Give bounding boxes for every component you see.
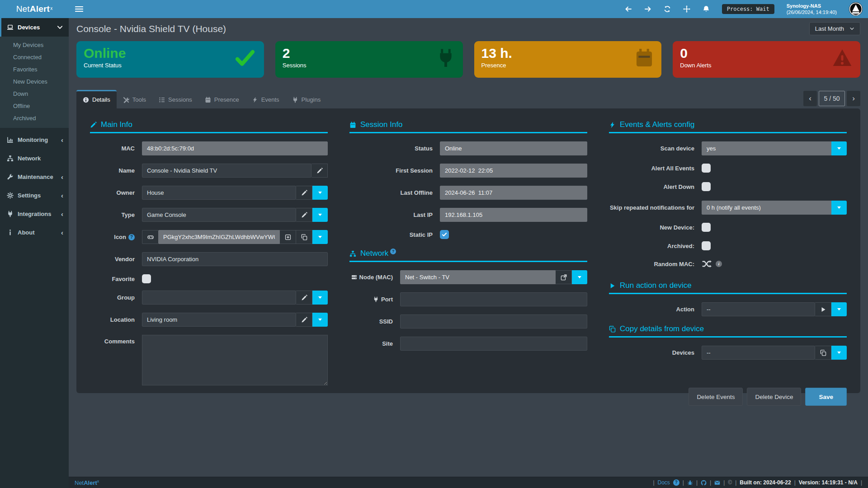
sidebar-item-archived[interactable]: Archived: [0, 112, 69, 124]
location-input[interactable]: [142, 313, 296, 327]
bug-icon[interactable]: [687, 480, 693, 486]
static-ip-checkbox[interactable]: [440, 230, 449, 239]
edit-type-button[interactable]: [296, 208, 312, 222]
calendar-icon: [349, 122, 356, 128]
comments-textarea[interactable]: [142, 335, 328, 385]
brand-logo[interactable]: NetAlertx: [0, 0, 69, 18]
sidebar-item-my-devices[interactable]: My Devices: [0, 39, 69, 51]
action-dropdown-button[interactable]: [831, 302, 847, 316]
edit-owner-button[interactable]: [296, 186, 312, 200]
last-ip-input[interactable]: [440, 208, 587, 222]
bell-icon[interactable]: [703, 5, 710, 13]
run-action-button[interactable]: [815, 302, 831, 316]
mac-input[interactable]: [142, 141, 328, 155]
question-circle-icon[interactable]: ?: [128, 234, 135, 240]
sidebar-item-network[interactable]: Network: [0, 149, 69, 168]
site-label: Site: [349, 340, 400, 347]
node-input[interactable]: [400, 270, 556, 284]
delete-events-button[interactable]: Delete Events: [689, 388, 743, 406]
save-button[interactable]: Save: [805, 388, 847, 406]
back-arrow-icon[interactable]: [625, 5, 632, 13]
owner-dropdown-button[interactable]: [312, 186, 328, 200]
info-circle-icon[interactable]: i: [716, 261, 722, 267]
ssid-input[interactable]: [400, 314, 587, 328]
card-label: Sessions: [283, 62, 456, 69]
sidebar-item-integrations[interactable]: Integrations ‹: [0, 205, 69, 223]
location-dropdown-button[interactable]: [312, 313, 328, 327]
type-dropdown-button[interactable]: [312, 208, 328, 222]
sidebar-item-monitoring[interactable]: Monitoring ‹: [0, 131, 69, 149]
tab-tools[interactable]: Tools: [117, 90, 152, 108]
copy-from-device-button[interactable]: [815, 346, 831, 360]
tab-plugins[interactable]: Plugins: [286, 90, 327, 108]
copy-icon-button[interactable]: [296, 230, 312, 244]
forward-arrow-icon[interactable]: [644, 5, 651, 13]
site-input[interactable]: [400, 337, 587, 351]
edit-group-button[interactable]: [296, 291, 312, 305]
arrows-move-icon[interactable]: [683, 5, 690, 13]
sidebar-item-favorites[interactable]: Favorites: [0, 63, 69, 75]
owner-input[interactable]: [142, 186, 296, 200]
docs-link[interactable]: Docs: [658, 479, 670, 486]
devices-copy-select[interactable]: [702, 346, 815, 360]
node-dropdown-button[interactable]: [572, 270, 587, 284]
open-node-button[interactable]: [556, 270, 572, 284]
status-input[interactable]: [440, 141, 587, 155]
question-circle-icon[interactable]: ?: [673, 479, 679, 486]
card-sessions[interactable]: 2 Sessions: [275, 41, 463, 78]
new-device-checkbox[interactable]: [702, 223, 711, 232]
group-dropdown-button[interactable]: [312, 291, 328, 305]
tab-events[interactable]: Events: [245, 90, 286, 108]
refresh-icon[interactable]: [664, 5, 671, 13]
card-presence[interactable]: 13 h. Presence: [474, 41, 662, 78]
delete-device-button[interactable]: Delete Device: [747, 388, 801, 406]
period-selector[interactable]: Last Month: [809, 22, 860, 35]
tab-details[interactable]: Details: [76, 90, 117, 108]
tab-presence[interactable]: Presence: [198, 90, 245, 108]
skip-notifications-dropdown-button[interactable]: [831, 201, 847, 215]
sidebar: Devices My Devices Connected Favorites N…: [0, 18, 69, 488]
sidebar-item-devices[interactable]: Devices: [0, 18, 69, 37]
tab-sessions[interactable]: Sessions: [152, 90, 198, 108]
card-down-alerts[interactable]: 0 Down Alerts: [673, 41, 860, 78]
envelope-icon[interactable]: [714, 480, 720, 486]
sidebar-item-about[interactable]: About ‹: [0, 223, 69, 242]
alert-all-events-checkbox[interactable]: [702, 164, 711, 173]
sidebar-item-offline[interactable]: Offline: [0, 100, 69, 112]
icon-base64-input[interactable]: [158, 230, 280, 244]
vendor-input[interactable]: [142, 252, 328, 266]
footer-brand[interactable]: NetAlertx: [75, 479, 99, 486]
port-input[interactable]: [400, 292, 587, 306]
icon-dropdown-button[interactable]: [312, 230, 328, 244]
edit-name-button[interactable]: [311, 164, 328, 178]
edit-location-button[interactable]: [296, 313, 312, 327]
devices-copy-dropdown-button[interactable]: [831, 346, 847, 360]
skip-notifications-select[interactable]: [702, 201, 831, 215]
action-select[interactable]: [702, 302, 815, 316]
name-input[interactable]: [142, 164, 311, 178]
github-icon[interactable]: [701, 480, 707, 486]
card-current-status[interactable]: Online Current Status: [76, 41, 264, 78]
first-session-input[interactable]: [440, 164, 587, 178]
next-device-button[interactable]: ›: [847, 91, 860, 106]
add-icon-button[interactable]: [280, 230, 296, 244]
scan-device-select[interactable]: [702, 141, 831, 155]
sidebar-item-maintenance[interactable]: Maintenance ‹: [0, 168, 69, 186]
sidebar-item-settings[interactable]: Settings ‹: [0, 186, 69, 205]
prev-device-button[interactable]: ‹: [803, 91, 817, 106]
external-link-icon: [561, 274, 567, 281]
last-offline-input[interactable]: [440, 186, 587, 200]
archived-checkbox[interactable]: [702, 241, 711, 250]
sidebar-item-new-devices[interactable]: New Devices: [0, 75, 69, 88]
user-avatar[interactable]: [849, 2, 863, 16]
group-input[interactable]: [142, 291, 296, 305]
favorite-checkbox[interactable]: [142, 274, 151, 283]
type-input[interactable]: [142, 208, 296, 222]
scan-device-dropdown-button[interactable]: [831, 141, 847, 155]
sidebar-item-connected[interactable]: Connected: [0, 51, 69, 63]
question-circle-icon[interactable]: ?: [390, 249, 396, 254]
sidebar-toggle-button[interactable]: [69, 0, 90, 18]
sidebar-item-down[interactable]: Down: [0, 88, 69, 100]
icon-preview-button[interactable]: [142, 230, 158, 244]
alert-down-checkbox[interactable]: [702, 182, 711, 191]
